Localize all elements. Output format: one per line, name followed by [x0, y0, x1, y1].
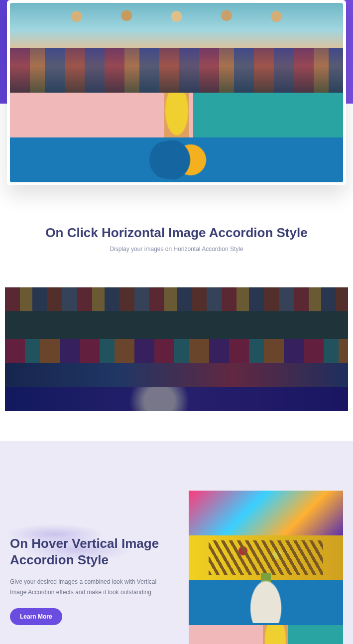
- section-vertical-description: Give your desired images a combined look…: [10, 577, 169, 597]
- section-vertical-content: On Hover Vertical Image Accordion Style …: [10, 535, 169, 625]
- vertical-hover-accordion: [189, 491, 343, 644]
- accordion-row-graffiti[interactable]: [5, 339, 348, 363]
- section-vertical-title: On Hover Vertical Image Accordion Style: [10, 535, 169, 568]
- horizontal-click-accordion: [5, 287, 348, 411]
- hero-accordion-card: [7, 0, 346, 185]
- section-vertical-hover: On Hover Vertical Image Accordion Style …: [0, 441, 353, 644]
- accordion-row-blue-fruit[interactable]: [10, 137, 343, 182]
- accordion-row-dark-green[interactable]: [5, 311, 348, 339]
- accordion-row-blue-pineapple[interactable]: [189, 580, 343, 625]
- hero-accordion: [10, 3, 343, 182]
- section-horizontal-title: On Click Horizontal Image Accordion Styl…: [10, 225, 343, 241]
- section-horizontal-subtitle: Display your images on Horizontal Accord…: [10, 246, 343, 253]
- accordion-row-neon-portrait[interactable]: [189, 491, 343, 535]
- accordion-row-city-2[interactable]: [5, 287, 348, 311]
- section-horizontal-header: On Click Horizontal Image Accordion Styl…: [0, 185, 353, 272]
- accordion-row-wall-cup-2[interactable]: [189, 625, 343, 644]
- learn-more-button[interactable]: Learn More: [10, 608, 62, 625]
- accordion-row-anime-mural[interactable]: [5, 363, 348, 387]
- accordion-row-city[interactable]: [10, 48, 343, 93]
- accordion-row-beach[interactable]: [10, 3, 343, 48]
- accordion-row-wall-cup[interactable]: [10, 93, 343, 137]
- accordion-row-stage-lights[interactable]: [5, 387, 348, 411]
